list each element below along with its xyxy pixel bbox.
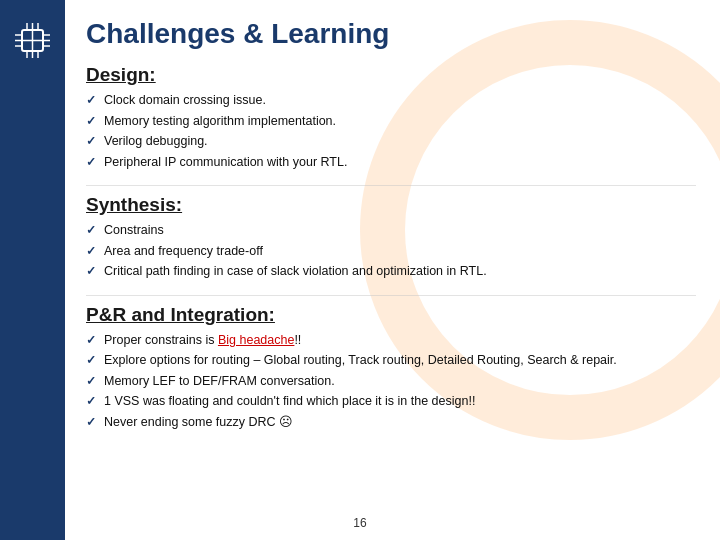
slide-number: 16 <box>353 516 366 530</box>
synthesis-bullet-list: Constrains Area and frequency trade-off … <box>86 222 696 281</box>
list-item: 1 VSS was floating and couldn't find whi… <box>86 393 696 411</box>
list-item: Never ending some fuzzy DRC ☹ <box>86 414 696 432</box>
list-item: Area and frequency trade-off <box>86 243 696 261</box>
section-divider <box>86 295 696 296</box>
design-bullet-list: Clock domain crossing issue. Memory test… <box>86 92 696 171</box>
left-sidebar <box>0 0 65 540</box>
main-content: Challenges & Learning Design: Clock doma… <box>70 0 720 540</box>
list-item: Clock domain crossing issue. <box>86 92 696 110</box>
par-bullet-list: Proper constrains is Big headache!! Expl… <box>86 332 696 432</box>
chip-icon <box>10 18 55 63</box>
list-item: Constrains <box>86 222 696 240</box>
list-item: Explore options for routing – Global rou… <box>86 352 696 370</box>
list-item: Peripheral IP communication with your RT… <box>86 154 696 172</box>
section-divider <box>86 185 696 186</box>
slide-title: Challenges & Learning <box>86 18 696 50</box>
section-par-heading: P&R and Integration: <box>86 304 696 326</box>
slide: Challenges & Learning Design: Clock doma… <box>0 0 720 540</box>
section-synthesis-heading: Synthesis: <box>86 194 696 216</box>
section-design-heading: Design: <box>86 64 696 86</box>
list-item: Verilog debugging. <box>86 133 696 151</box>
list-item: Critical path finding in case of slack v… <box>86 263 696 281</box>
list-item: Memory LEF to DEF/FRAM conversation. <box>86 373 696 391</box>
list-item: Proper constrains is Big headache!! <box>86 332 696 350</box>
list-item: Memory testing algorithm implementation. <box>86 113 696 131</box>
highlight-big-headache: Big headache <box>218 333 294 347</box>
